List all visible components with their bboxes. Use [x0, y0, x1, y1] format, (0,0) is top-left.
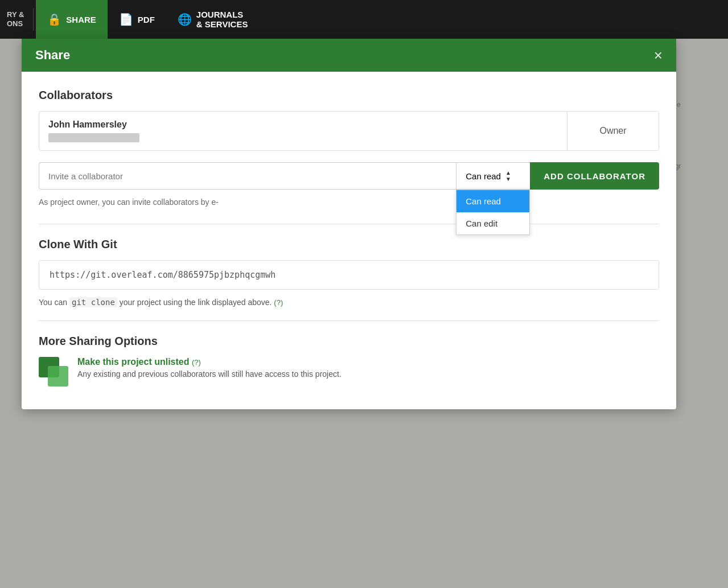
divider-1 [39, 224, 659, 224]
collaborator-row: John Hammersley Owner [39, 111, 659, 151]
option-can-read[interactable]: Can read [456, 190, 529, 212]
share-modal: Share × Collaborators John Hammersley Ow… [22, 39, 676, 409]
divider-2 [39, 320, 659, 321]
collaborator-info: John Hammersley [39, 112, 567, 150]
git-help-link[interactable]: (?) [274, 298, 283, 307]
unlisted-description: Any existing and previous collaborators … [77, 369, 342, 379]
unlisted-content: Make this project unlisted (?) Any exist… [77, 357, 342, 379]
collaborators-title: Collaborators [39, 89, 659, 102]
left-label: RY &ONS [7, 10, 24, 28]
modal-body: Collaborators John Hammersley Owner Can … [22, 72, 676, 409]
unlisted-help-link[interactable]: (?) [192, 358, 201, 367]
permission-select-button[interactable]: Can read ▲▼ [456, 162, 530, 190]
pdf-icon: 📄 [119, 13, 133, 26]
share-label: SHARE [66, 15, 96, 24]
git-clone-code: git clone [69, 297, 117, 307]
close-button[interactable]: × [654, 48, 663, 63]
modal-overlay: Share × Collaborators John Hammersley Ow… [0, 39, 728, 588]
unlisted-row: Make this project unlisted (?) Any exist… [39, 357, 659, 386]
share-button[interactable]: 🔒 SHARE [36, 0, 108, 39]
git-url[interactable]: https://git.overleaf.com/8865975pjbzphqc… [39, 260, 659, 290]
sharing-options-section: More Sharing Options Make this project u… [39, 335, 659, 386]
git-section-title: Clone With Git [39, 238, 659, 251]
git-section: Clone With Git https://git.overleaf.com/… [39, 238, 659, 307]
unlisted-link[interactable]: Make this project unlisted [77, 357, 189, 367]
sharing-options-title: More Sharing Options [39, 335, 659, 348]
icon-square-2 [48, 366, 68, 386]
invite-input[interactable] [39, 162, 456, 190]
top-toolbar: RY &ONS 🔒 SHARE 📄 PDF 🌐 JOURNALS& SERVIC… [0, 0, 728, 39]
git-note-after: your project using the link displayed ab… [117, 298, 272, 307]
invite-row: Can read ▲▼ Can read Can edit ADD COLLAB… [39, 162, 659, 190]
collaborator-name: John Hammersley [48, 120, 558, 130]
invite-note: As project owner, you can invite collabo… [39, 198, 659, 207]
unlisted-icon [39, 357, 68, 386]
invite-note-text: As project owner, you can invite collabo… [39, 198, 219, 207]
pdf-button[interactable]: 📄 PDF [108, 0, 166, 39]
journals-label: JOURNALS& SERVICES [196, 10, 248, 29]
collaborator-role: Owner [567, 118, 659, 144]
journals-icon: 🌐 [178, 13, 192, 26]
add-collaborator-button[interactable]: ADD COLLABORATOR [530, 162, 659, 190]
collaborator-avatar [48, 133, 139, 142]
option-can-edit[interactable]: Can edit [456, 212, 529, 235]
toolbar-left-label: RY &ONS [0, 10, 31, 28]
share-icon: 🔒 [47, 13, 61, 26]
permission-label: Can read [466, 171, 501, 181]
permission-select-wrapper: Can read ▲▼ Can read Can edit [456, 162, 530, 190]
modal-title: Share [35, 48, 70, 63]
journals-button[interactable]: 🌐 JOURNALS& SERVICES [166, 0, 260, 39]
git-note: You can git clone your project using the… [39, 298, 659, 307]
collaborators-section: Collaborators John Hammersley Owner [39, 89, 659, 151]
pdf-label: PDF [138, 15, 155, 24]
select-arrows-icon: ▲▼ [505, 170, 511, 182]
modal-header: Share × [22, 39, 676, 72]
permission-dropdown: Can read Can edit [456, 190, 530, 235]
git-note-before: You can [39, 298, 69, 307]
toolbar-divider-1 [33, 8, 34, 31]
